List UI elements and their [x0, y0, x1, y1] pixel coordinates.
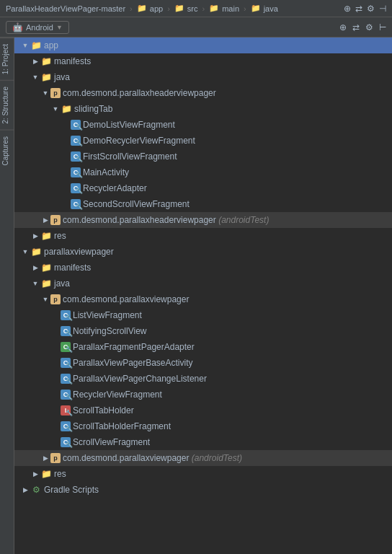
title-bar: ParallaxHeaderViewPager-master › 📁 app ›… [0, 0, 392, 17]
folder-icon-res2: 📁 [40, 468, 52, 480]
arrow-slidingTab [50, 104, 61, 114]
label-pkg1-test: com.desmond.parallaxheaderviewpager [63, 215, 216, 225]
tree-item-ScrollTabHolderFragment[interactable]: C 🔧 ScrollTabHolderFragment [14, 418, 392, 434]
tree-item-SecondScrollViewFragment[interactable]: C 🔧 SecondScrollViewFragment [14, 196, 392, 212]
tree-item-slidingTab[interactable]: 📁 slidingTab [14, 101, 392, 117]
tree-item-pkg2[interactable]: p com.desmond.parallaxviewpager [14, 291, 392, 307]
pkg-icon-1: p [50, 88, 61, 98]
tree-item-gradle[interactable]: ⚙ Gradle Scripts [14, 482, 392, 498]
bc-main: main [222, 4, 239, 13]
tree-item-DemoListViewFragment[interactable]: C 🔧 DemoListViewFragment [14, 117, 392, 133]
arrow-empty [50, 374, 61, 384]
pkg-icon-2-test: p [50, 453, 61, 463]
label-slidingTab: slidingTab [74, 104, 112, 114]
pkg-icon-2: p [50, 294, 61, 304]
tree-item-java1[interactable]: 📁 java [14, 69, 392, 85]
arrow-empty [50, 437, 61, 447]
tree-item-NotifyingScrollView[interactable]: C 🔧 NotifyingScrollView [14, 323, 392, 339]
class-icon-DemoRecyclerViewFragment: C 🔧 [71, 136, 81, 146]
label-ParallaxViewPagerChangeListener: ParallaxViewPagerChangeListener [73, 374, 207, 384]
tree-item-FirstScrollViewFragment[interactable]: C 🔧 FirstScrollViewFragment [14, 149, 392, 164]
label-res1: res [54, 231, 66, 241]
arrow-empty [61, 151, 71, 162]
label-ParallaxFragmentPagerAdapter: ParallaxFragmentPagerAdapter [73, 342, 195, 352]
arrow-empty [61, 136, 71, 146]
tree-item-manifests1[interactable]: 📁 manifests [14, 53, 392, 69]
folder-icon-java1: 📁 [40, 71, 52, 83]
pin-icon[interactable]: ⊢ [379, 22, 386, 32]
class-icon-RecyclerViewFragment: C 🔧 [61, 390, 71, 400]
arrow-app [20, 40, 30, 50]
bc-java: java [264, 4, 278, 13]
tree-item-ScrollViewFragment[interactable]: C 🔧 ScrollViewFragment [14, 434, 392, 450]
arrow-res1 [30, 231, 40, 241]
pkg-icon-1-test: p [50, 215, 61, 225]
folder-icon-parallaxviewpager: 📁 [30, 246, 42, 258]
class-icon-ScrollTabHolderFragment: C 🔧 [61, 421, 71, 431]
bc-app: app [150, 4, 163, 13]
arrow-manifests1 [30, 56, 40, 66]
sync-icon[interactable]: ⊕ [339, 22, 347, 32]
label-ScrollViewFragment: ScrollViewFragment [73, 437, 150, 447]
label-DemoListViewFragment: DemoListViewFragment [83, 120, 175, 130]
tree-item-parallaxviewpager[interactable]: 📁 parallaxviewpager [14, 244, 392, 260]
android-icon: 🤖 [12, 22, 23, 32]
arrow-empty [61, 183, 71, 193]
arrow-pkg1 [40, 88, 50, 98]
tree-item-pkg1-test[interactable]: p com.desmond.parallaxheaderviewpager (a… [14, 212, 392, 228]
tree-item-ParallaxFragmentPagerAdapter[interactable]: C 🔧 ParallaxFragmentPagerAdapter [14, 339, 392, 355]
tree-item-ParallaxViewPagerBaseActivity[interactable]: C 🔧 ParallaxViewPagerBaseActivity [14, 355, 392, 371]
tree-item-RecyclerAdapter[interactable]: C 🔧 RecyclerAdapter [14, 180, 392, 196]
settings-icon[interactable]: ⚙ [365, 22, 373, 32]
arrow-empty [50, 310, 61, 320]
tree-item-pkg1[interactable]: p com.desmond.parallaxheaderviewpager [14, 85, 392, 101]
arrow-res2 [30, 469, 40, 479]
file-tree[interactable]: 📁 app 📁 manifests 📁 java p com.desmond.p… [14, 38, 392, 554]
tree-item-app[interactable]: 📁 app [14, 38, 392, 53]
arrow-empty [50, 326, 61, 336]
captures-tab[interactable]: Captures [0, 130, 14, 172]
folder-icon-slidingTab: 📁 [61, 103, 72, 115]
label-NotifyingScrollView: NotifyingScrollView [73, 326, 147, 336]
class-icon-FirstScrollViewFragment: C 🔧 [71, 151, 81, 162]
tree-item-java2[interactable]: 📁 java [14, 276, 392, 291]
label-res2: res [54, 469, 66, 479]
class-icon-ScrollViewFragment: C 🔧 [61, 437, 71, 447]
arrow-empty [50, 342, 61, 352]
main-content: 1: Project 2: Structure Captures 📁 app 📁… [0, 38, 392, 554]
structure-tab[interactable]: 2: Structure [0, 80, 14, 130]
arrow-gradle [20, 485, 30, 495]
arrow-empty [50, 405, 61, 416]
tree-item-ListViewFragment[interactable]: C 🔧 ListViewFragment [14, 307, 392, 323]
tree-item-res2[interactable]: 📁 res [14, 466, 392, 482]
folder-icon-java2: 📁 [40, 278, 52, 289]
arrow-java1 [30, 72, 40, 82]
label-ScrollTabHolder: ScrollTabHolder [73, 405, 134, 416]
tree-item-manifests2[interactable]: 📁 manifests [14, 260, 392, 276]
android-selector[interactable]: 🤖 Android ▼ [6, 21, 69, 34]
title-actions: ⊕ ⇄ ⚙ ⊣ [344, 4, 386, 14]
project-tab[interactable]: 1: Project [0, 38, 14, 80]
tree-item-MainActivity[interactable]: C 🔧 MainActivity [14, 164, 392, 180]
label-pkg1: com.desmond.parallaxheaderviewpager [63, 88, 216, 98]
tree-item-pkg2-test[interactable]: p com.desmond.parallaxviewpager (android… [14, 450, 392, 466]
class-icon-ParallaxViewPagerChangeListener: C 🔧 [61, 374, 71, 384]
tree-item-DemoRecyclerViewFragment[interactable]: C 🔧 DemoRecyclerViewFragment [14, 133, 392, 149]
tree-item-RecyclerViewFragment[interactable]: C 🔧 RecyclerViewFragment [14, 387, 392, 403]
toolbar-icons: ⊕ ⇄ ⚙ ⊢ [339, 22, 386, 32]
class-icon-ParallaxFragmentPagerAdapter: C 🔧 [61, 342, 71, 352]
class-icon-NotifyingScrollView: C 🔧 [61, 326, 71, 336]
label-java2: java [54, 278, 70, 289]
label-ListViewFragment: ListViewFragment [73, 310, 142, 320]
tree-item-ParallaxViewPagerChangeListener[interactable]: C 🔧 ParallaxViewPagerChangeListener [14, 371, 392, 387]
arrow-empty [50, 421, 61, 431]
label-pkg2-test: com.desmond.parallaxviewpager [63, 453, 189, 463]
tree-item-res1[interactable]: 📁 res [14, 228, 392, 244]
label-pkg2-test-extra: (androidTest) [189, 453, 242, 463]
android-label: Android [26, 23, 53, 32]
label-DemoRecyclerViewFragment: DemoRecyclerViewFragment [83, 136, 195, 146]
tree-item-ScrollTabHolder[interactable]: I 🔧 ScrollTabHolder [14, 403, 392, 418]
label-app: app [44, 40, 58, 50]
arrow-pkg2 [40, 294, 50, 304]
collapse-icon[interactable]: ⇄ [352, 22, 360, 32]
